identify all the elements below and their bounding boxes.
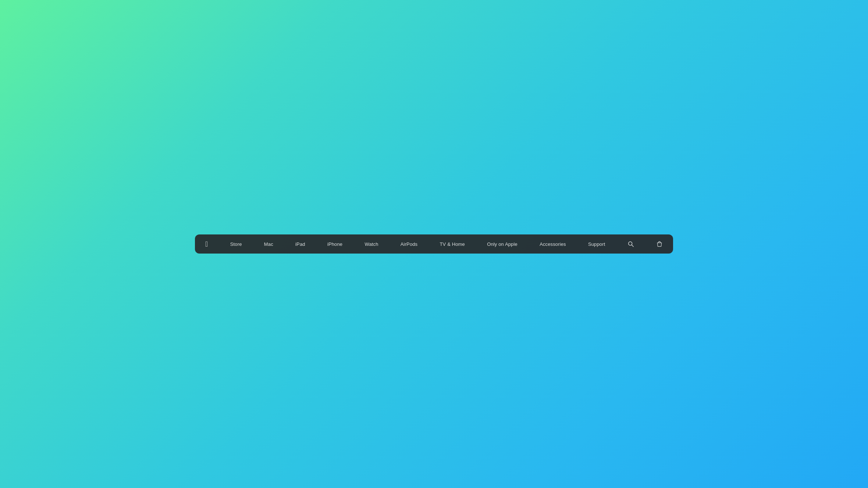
tv-home-link[interactable]: TV & Home xyxy=(440,241,465,247)
nav-item-tv-home[interactable]: TV & Home xyxy=(440,241,465,247)
store-link[interactable]: Store xyxy=(230,241,242,247)
nav-item-support[interactable]: Support xyxy=(588,241,605,247)
nav-item-ipad[interactable]: iPad xyxy=(295,241,305,247)
nav-item-only-on-apple[interactable]: Only on Apple xyxy=(487,241,517,247)
nav-item-bag[interactable] xyxy=(656,241,663,247)
navigation-bar:  Store Mac iPad iPhone Watch AirPods TV… xyxy=(195,234,673,254)
nav-item-watch[interactable]: Watch xyxy=(365,241,378,247)
apple-logo-icon[interactable]:  xyxy=(205,240,208,248)
accessories-link[interactable]: Accessories xyxy=(540,241,566,247)
svg-point-0 xyxy=(628,242,632,245)
shopping-bag-icon[interactable] xyxy=(656,241,663,247)
watch-link[interactable]: Watch xyxy=(365,241,378,247)
nav-item-search[interactable] xyxy=(627,241,634,247)
iphone-link[interactable]: iPhone xyxy=(327,241,342,247)
only-on-apple-link[interactable]: Only on Apple xyxy=(487,241,517,247)
nav-item-store[interactable]: Store xyxy=(230,241,242,247)
nav-item-apple-logo[interactable]:  xyxy=(205,240,208,248)
ipad-link[interactable]: iPad xyxy=(295,241,305,247)
search-icon[interactable] xyxy=(627,241,634,247)
nav-item-mac[interactable]: Mac xyxy=(264,241,273,247)
support-link[interactable]: Support xyxy=(588,241,605,247)
nav-item-iphone[interactable]: iPhone xyxy=(327,241,342,247)
airpods-link[interactable]: AirPods xyxy=(401,241,417,247)
nav-items-list:  Store Mac iPad iPhone Watch AirPods TV… xyxy=(205,240,663,248)
nav-item-airpods[interactable]: AirPods xyxy=(401,241,417,247)
svg-line-1 xyxy=(632,245,633,247)
bag-svg xyxy=(656,241,663,247)
search-svg xyxy=(627,241,634,247)
mac-link[interactable]: Mac xyxy=(264,241,273,247)
nav-item-accessories[interactable]: Accessories xyxy=(540,241,566,247)
